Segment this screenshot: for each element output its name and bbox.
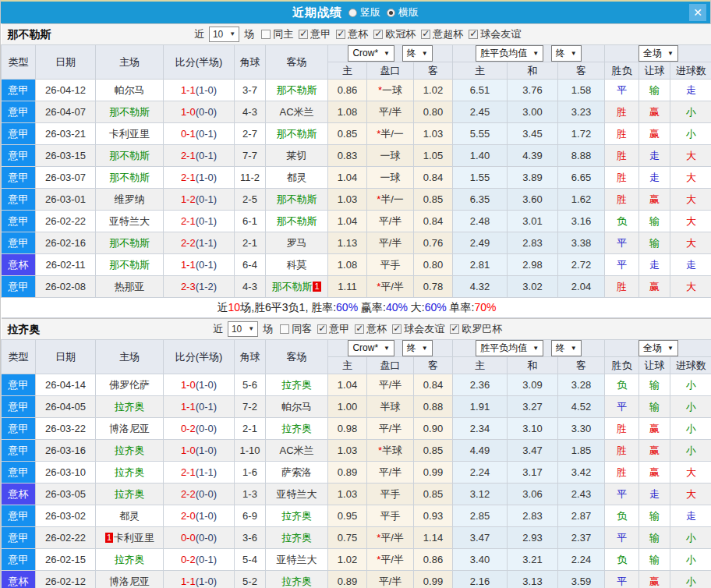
home-team-name: 博洛尼亚: [109, 576, 150, 587]
result-flag: 赢: [649, 128, 660, 140]
odds-final-select[interactable]: 终: [402, 45, 433, 62]
league-checkbox[interactable]: [299, 30, 308, 39]
cell-handicap: *平/半: [367, 527, 414, 549]
layout-radio[interactable]: [387, 9, 395, 17]
section-header: 那不勒斯 近 10 场 同主 意甲意杯欧冠杯意超杯球会友谊: [2, 24, 711, 44]
league-checkbox-label: 意甲: [310, 28, 331, 40]
same-venue-checkbox[interactable]: [261, 30, 271, 39]
league-checkbox[interactable]: [317, 324, 327, 334]
halftime-score: (1-0): [196, 576, 217, 587]
league-checkbox[interactable]: [469, 30, 478, 39]
cell-avg-home: 2.49: [453, 232, 508, 254]
cell-odds-away: 1.03: [414, 123, 453, 145]
close-button[interactable]: [689, 4, 706, 21]
odds-provider-select[interactable]: Crow*: [348, 340, 394, 356]
cell-away-team: 拉齐奥: [266, 527, 328, 549]
cell-score: 1-1(0-1): [164, 254, 235, 276]
home-team-name: 热那亚: [115, 281, 145, 292]
result-flag: 胜: [617, 466, 627, 478]
cell-date: 26-02-16: [36, 232, 96, 254]
cell-type: 意甲: [2, 189, 36, 211]
cell-avg-draw: 3.89: [508, 167, 558, 189]
cell-odds-home: 0.85: [328, 123, 367, 145]
title-bar: 近期战绩 竖版横版: [1, 2, 710, 23]
cell-result-goals: 小: [670, 123, 711, 145]
home-team-name: 1卡利亚里: [104, 532, 154, 544]
layout-radio-label: 竖版: [360, 6, 380, 18]
same-venue-label: 同主: [273, 27, 293, 41]
cell-home-team: 拉齐奥: [96, 440, 164, 462]
home-team-name: 那不勒斯: [109, 237, 150, 249]
cell-avg-away: 1.62: [558, 189, 605, 211]
cell-corner: 4-3: [235, 276, 266, 298]
cell-date: 26-03-10: [36, 462, 96, 484]
cell-result-goals: 小: [670, 418, 711, 440]
cell-avg-home: 1.91: [453, 396, 508, 418]
cell-result-goals: 大: [670, 189, 711, 211]
cell-score: 0-2(0-1): [164, 549, 235, 571]
cell-score: 2-0(1-0): [164, 505, 235, 527]
cell-result-handicap: 赢: [639, 101, 670, 123]
league-checkbox[interactable]: [336, 30, 345, 39]
cell-type: 意杯: [2, 484, 36, 505]
result-flag: 大: [686, 237, 696, 249]
layout-radio[interactable]: [348, 9, 357, 17]
cell-date: 26-03-15: [36, 145, 96, 167]
cell-result-handicap: 输: [639, 396, 670, 418]
result-flag: 负: [617, 554, 627, 565]
match-count-select[interactable]: 10: [228, 321, 258, 337]
average-odds-select[interactable]: 胜平负均值: [476, 45, 543, 62]
summary-segment: 单率:: [447, 301, 475, 313]
summary-segment: 大:: [408, 301, 425, 313]
cell-home-team: 1卡利亚里: [96, 527, 164, 549]
match-count-select[interactable]: 10: [209, 27, 239, 42]
league-checkbox[interactable]: [373, 30, 383, 39]
cell-home-team: 卡利亚里: [96, 123, 164, 145]
average-odds-select[interactable]: 胜平负均值: [476, 340, 543, 356]
cell-avg-draw: 3.27: [508, 396, 558, 418]
away-team-name: 亚特兰大: [277, 554, 317, 565]
cell-home-team: 佛罗伦萨: [96, 374, 164, 396]
cell-result-wdl: 平: [605, 80, 639, 101]
match-row: 意甲26-04-14佛罗伦萨1-0(1-0)5-6拉齐奥1.04平/半0.842…: [2, 374, 711, 396]
cell-score: 1-1(1-0): [164, 80, 235, 101]
cell-corner: 7-2: [235, 396, 266, 418]
league-checkbox[interactable]: [421, 30, 430, 39]
scope-select[interactable]: 全场: [638, 340, 678, 356]
league-checkbox[interactable]: [450, 324, 459, 334]
cell-odds-away: 0.84: [414, 167, 453, 189]
result-flag: 平: [617, 576, 627, 587]
cell-avg-home: 4.49: [453, 440, 508, 462]
cell-odds-home: 1.04: [328, 167, 367, 189]
cell-result-wdl: 胜: [605, 418, 639, 440]
match-row: 意甲26-03-10拉齐奥2-1(1-1)1-6萨索洛0.89平/半0.992.…: [2, 462, 711, 484]
result-flag: 大: [686, 488, 696, 500]
cell-score: 2-2(0-0): [164, 484, 235, 505]
cell-avg-away: 2.24: [558, 549, 605, 571]
result-flag: 走: [686, 259, 696, 271]
scope-select[interactable]: 全场: [638, 45, 678, 62]
cell-result-handicap: 输: [639, 374, 670, 396]
away-team-name: 拉齐奥: [281, 510, 312, 522]
odds-final-select[interactable]: 终: [402, 340, 433, 356]
halftime-score: (0-0): [196, 423, 217, 434]
same-venue-checkbox[interactable]: [280, 324, 289, 334]
cell-type: 意甲: [2, 462, 36, 484]
average-final-select[interactable]: 终: [551, 45, 582, 62]
cell-result-wdl: 胜: [605, 145, 639, 167]
cell-avg-draw: 3.00: [508, 101, 558, 123]
result-flag: 胜: [617, 193, 627, 205]
average-final-select[interactable]: 终: [551, 340, 582, 356]
cell-result-wdl: 胜: [605, 462, 639, 484]
odds-provider-select[interactable]: Crow*: [348, 45, 394, 62]
league-checkbox[interactable]: [355, 324, 364, 334]
cell-result-wdl: 平: [605, 396, 639, 418]
cell-avg-draw: 3.17: [508, 462, 558, 484]
cell-odds-away: 1.14: [414, 527, 453, 549]
league-checkbox[interactable]: [392, 324, 401, 334]
cell-result-wdl: 胜: [605, 276, 639, 298]
result-flag: 小: [686, 379, 696, 391]
result-flag: 胜: [617, 128, 627, 140]
cell-home-team: 热那亚: [96, 276, 164, 298]
cell-odds-home: 0.89: [328, 462, 367, 484]
